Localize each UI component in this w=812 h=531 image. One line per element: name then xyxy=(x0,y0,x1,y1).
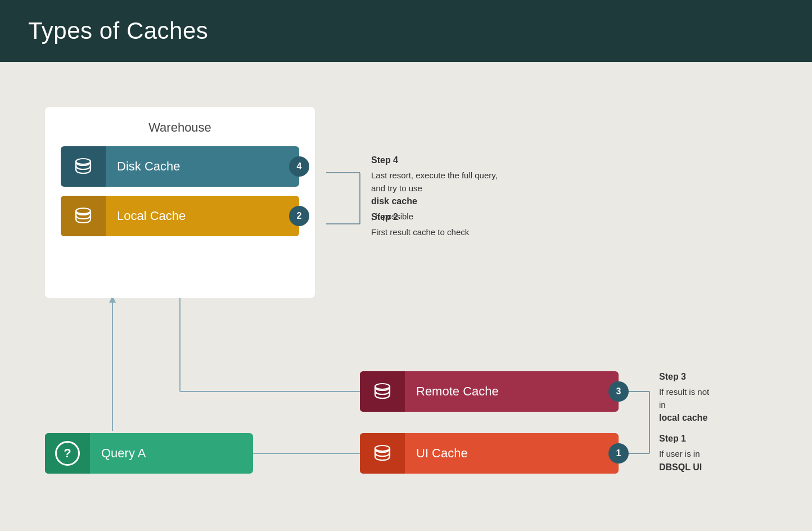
step2-desc: Step 2 First result cache to check xyxy=(371,210,551,239)
page-title: Types of Caches xyxy=(28,17,208,44)
step4-title: Step 4 xyxy=(371,154,607,167)
step3-title: Step 3 xyxy=(659,370,783,384)
svg-point-13 xyxy=(76,159,91,164)
header: Types of Caches xyxy=(0,0,812,62)
local-cache-label: Local Cache xyxy=(106,196,299,236)
disk-cache-bar: Disk Cache 4 xyxy=(61,146,299,187)
svg-point-22 xyxy=(375,446,390,451)
ui-cache-icon xyxy=(372,443,393,464)
local-cache-step-badge: 2 xyxy=(289,206,309,226)
step3-desc: Step 3 If result is notin local cache xyxy=(659,370,783,427)
svg-point-16 xyxy=(76,208,91,214)
ui-cache-label: UI Cache xyxy=(405,446,468,461)
warehouse-label: Warehouse xyxy=(61,120,299,135)
local-cache-bar: Local Cache 2 xyxy=(61,196,299,236)
remote-cache-step-badge: 3 xyxy=(608,381,629,402)
query-label: Query A xyxy=(90,446,146,461)
query-box: ? Query A xyxy=(45,433,253,474)
remote-cache-icon xyxy=(372,381,393,402)
svg-point-19 xyxy=(375,384,390,389)
step1-text: If user is inDBSQL UI xyxy=(659,449,783,474)
local-cache-icon xyxy=(73,205,94,227)
disk-cache-icon-bg xyxy=(61,146,106,187)
ui-cache-box: UI Cache 1 xyxy=(360,433,619,474)
main-content: Warehouse Disk Cache 4 xyxy=(0,62,812,531)
disk-cache-label: Disk Cache xyxy=(106,146,299,187)
disk-cache-step-badge: 4 xyxy=(289,156,309,177)
local-cache-icon-bg xyxy=(61,196,106,236)
step2-text: First result cache to check xyxy=(371,227,469,237)
step3-text: If result is notin local cache xyxy=(659,387,783,425)
remote-cache-box: Remote Cache 3 xyxy=(360,371,619,412)
query-icon: ? xyxy=(55,441,80,466)
remote-cache-icon-bg xyxy=(360,371,405,412)
step2-title: Step 2 xyxy=(371,210,551,224)
remote-cache-label: Remote Cache xyxy=(405,384,499,399)
disk-cache-icon xyxy=(73,156,94,177)
step1-title: Step 1 xyxy=(659,432,783,446)
ui-cache-step-badge: 1 xyxy=(608,443,629,464)
ui-cache-icon-bg xyxy=(360,433,405,474)
query-icon-bg: ? xyxy=(45,433,90,474)
step1-desc: Step 1 If user is inDBSQL UI xyxy=(659,432,783,476)
warehouse-box: Warehouse Disk Cache 4 xyxy=(45,107,315,298)
